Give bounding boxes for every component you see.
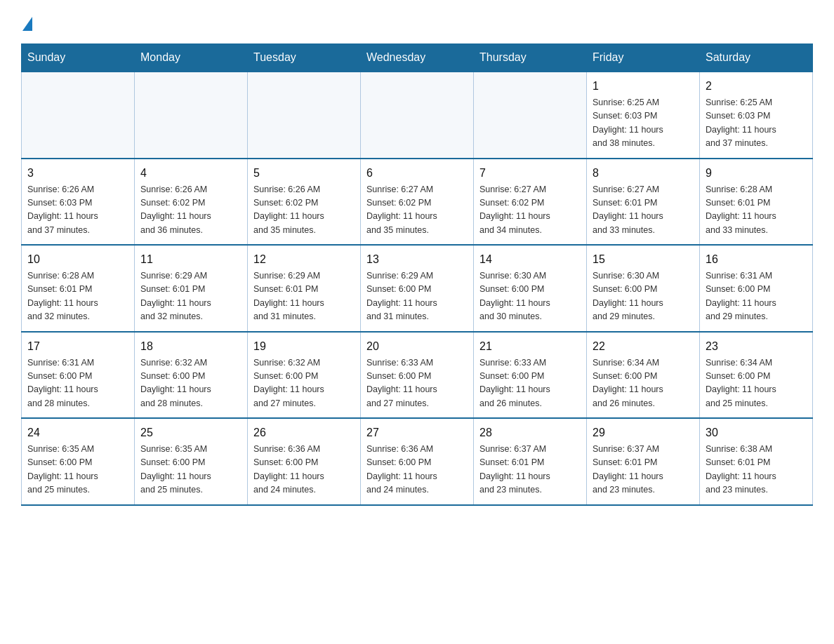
logo xyxy=(21,14,32,32)
day-number: 27 xyxy=(366,424,468,441)
calendar-cell: 16Sunrise: 6:31 AM Sunset: 6:00 PM Dayli… xyxy=(700,245,813,332)
calendar-cell: 18Sunrise: 6:32 AM Sunset: 6:00 PM Dayli… xyxy=(135,332,248,419)
calendar-cell xyxy=(474,72,587,159)
calendar-cell: 24Sunrise: 6:35 AM Sunset: 6:00 PM Dayli… xyxy=(22,418,135,505)
calendar-cell: 9Sunrise: 6:28 AM Sunset: 6:01 PM Daylig… xyxy=(700,159,813,246)
logo-triangle-icon xyxy=(22,17,32,31)
calendar-cell xyxy=(22,72,135,159)
day-info: Sunrise: 6:32 AM Sunset: 6:00 PM Dayligh… xyxy=(253,356,355,411)
day-info: Sunrise: 6:33 AM Sunset: 6:00 PM Dayligh… xyxy=(366,356,468,411)
day-number: 15 xyxy=(593,251,694,268)
calendar-cell xyxy=(135,72,248,159)
calendar-cell: 30Sunrise: 6:38 AM Sunset: 6:01 PM Dayli… xyxy=(700,418,813,505)
day-info: Sunrise: 6:31 AM Sunset: 6:00 PM Dayligh… xyxy=(706,269,807,324)
calendar-cell: 4Sunrise: 6:26 AM Sunset: 6:02 PM Daylig… xyxy=(135,159,248,246)
day-info: Sunrise: 6:29 AM Sunset: 6:01 PM Dayligh… xyxy=(140,269,241,324)
calendar-cell xyxy=(248,72,361,159)
calendar-cell: 7Sunrise: 6:27 AM Sunset: 6:02 PM Daylig… xyxy=(474,159,587,246)
day-number: 2 xyxy=(706,78,807,95)
calendar-cell: 12Sunrise: 6:29 AM Sunset: 6:01 PM Dayli… xyxy=(248,245,361,332)
calendar-cell: 3Sunrise: 6:26 AM Sunset: 6:03 PM Daylig… xyxy=(22,159,135,246)
day-number: 21 xyxy=(479,338,581,355)
calendar-cell: 21Sunrise: 6:33 AM Sunset: 6:00 PM Dayli… xyxy=(474,332,587,419)
calendar-cell: 13Sunrise: 6:29 AM Sunset: 6:00 PM Dayli… xyxy=(361,245,474,332)
day-info: Sunrise: 6:30 AM Sunset: 6:00 PM Dayligh… xyxy=(593,269,694,324)
day-info: Sunrise: 6:37 AM Sunset: 6:01 PM Dayligh… xyxy=(479,443,581,497)
calendar-cell: 8Sunrise: 6:27 AM Sunset: 6:01 PM Daylig… xyxy=(587,159,700,246)
calendar-week-5: 24Sunrise: 6:35 AM Sunset: 6:00 PM Dayli… xyxy=(22,418,813,505)
day-number: 18 xyxy=(140,338,241,355)
day-number: 6 xyxy=(366,165,468,182)
day-info: Sunrise: 6:34 AM Sunset: 6:00 PM Dayligh… xyxy=(593,356,694,411)
day-info: Sunrise: 6:28 AM Sunset: 6:01 PM Dayligh… xyxy=(706,183,807,238)
calendar-header-saturday: Saturday xyxy=(700,44,813,72)
day-number: 17 xyxy=(27,338,128,355)
day-info: Sunrise: 6:35 AM Sunset: 6:00 PM Dayligh… xyxy=(140,443,241,497)
day-info: Sunrise: 6:29 AM Sunset: 6:00 PM Dayligh… xyxy=(366,269,468,324)
day-info: Sunrise: 6:36 AM Sunset: 6:00 PM Dayligh… xyxy=(253,443,355,497)
calendar-cell: 27Sunrise: 6:36 AM Sunset: 6:00 PM Dayli… xyxy=(361,418,474,505)
day-number: 30 xyxy=(706,424,807,441)
day-info: Sunrise: 6:29 AM Sunset: 6:01 PM Dayligh… xyxy=(253,269,355,324)
day-number: 29 xyxy=(593,424,694,441)
calendar-cell: 23Sunrise: 6:34 AM Sunset: 6:00 PM Dayli… xyxy=(700,332,813,419)
day-info: Sunrise: 6:25 AM Sunset: 6:03 PM Dayligh… xyxy=(706,96,807,151)
day-number: 16 xyxy=(706,251,807,268)
logo-text xyxy=(21,14,32,32)
day-number: 3 xyxy=(27,165,128,182)
calendar-table: SundayMondayTuesdayWednesdayThursdayFrid… xyxy=(21,43,813,506)
day-info: Sunrise: 6:34 AM Sunset: 6:00 PM Dayligh… xyxy=(706,356,807,411)
calendar-week-4: 17Sunrise: 6:31 AM Sunset: 6:00 PM Dayli… xyxy=(22,332,813,419)
day-info: Sunrise: 6:30 AM Sunset: 6:00 PM Dayligh… xyxy=(479,269,581,324)
day-number: 19 xyxy=(253,338,355,355)
day-number: 4 xyxy=(140,165,241,182)
calendar-header-wednesday: Wednesday xyxy=(361,44,474,72)
day-info: Sunrise: 6:38 AM Sunset: 6:01 PM Dayligh… xyxy=(706,443,807,497)
calendar-cell: 11Sunrise: 6:29 AM Sunset: 6:01 PM Dayli… xyxy=(135,245,248,332)
day-info: Sunrise: 6:31 AM Sunset: 6:00 PM Dayligh… xyxy=(27,356,128,411)
calendar-header-thursday: Thursday xyxy=(474,44,587,72)
calendar-week-1: 1Sunrise: 6:25 AM Sunset: 6:03 PM Daylig… xyxy=(22,72,813,159)
calendar-cell: 29Sunrise: 6:37 AM Sunset: 6:01 PM Dayli… xyxy=(587,418,700,505)
day-number: 9 xyxy=(706,165,807,182)
calendar-cell: 14Sunrise: 6:30 AM Sunset: 6:00 PM Dayli… xyxy=(474,245,587,332)
day-info: Sunrise: 6:32 AM Sunset: 6:00 PM Dayligh… xyxy=(140,356,241,411)
day-info: Sunrise: 6:36 AM Sunset: 6:00 PM Dayligh… xyxy=(366,443,468,497)
day-number: 24 xyxy=(27,424,128,441)
day-info: Sunrise: 6:28 AM Sunset: 6:01 PM Dayligh… xyxy=(27,269,128,324)
calendar-cell: 22Sunrise: 6:34 AM Sunset: 6:00 PM Dayli… xyxy=(587,332,700,419)
day-number: 1 xyxy=(593,78,694,95)
calendar-cell: 17Sunrise: 6:31 AM Sunset: 6:00 PM Dayli… xyxy=(22,332,135,419)
calendar-cell: 15Sunrise: 6:30 AM Sunset: 6:00 PM Dayli… xyxy=(587,245,700,332)
calendar-cell: 6Sunrise: 6:27 AM Sunset: 6:02 PM Daylig… xyxy=(361,159,474,246)
day-info: Sunrise: 6:35 AM Sunset: 6:00 PM Dayligh… xyxy=(27,443,128,497)
day-number: 25 xyxy=(140,424,241,441)
calendar-header-tuesday: Tuesday xyxy=(248,44,361,72)
day-number: 14 xyxy=(479,251,581,268)
day-number: 11 xyxy=(140,251,241,268)
day-number: 8 xyxy=(593,165,694,182)
day-number: 12 xyxy=(253,251,355,268)
day-info: Sunrise: 6:26 AM Sunset: 6:02 PM Dayligh… xyxy=(140,183,241,238)
day-info: Sunrise: 6:37 AM Sunset: 6:01 PM Dayligh… xyxy=(593,443,694,497)
day-number: 13 xyxy=(366,251,468,268)
day-info: Sunrise: 6:26 AM Sunset: 6:02 PM Dayligh… xyxy=(253,183,355,238)
day-info: Sunrise: 6:26 AM Sunset: 6:03 PM Dayligh… xyxy=(27,183,128,238)
day-info: Sunrise: 6:27 AM Sunset: 6:01 PM Dayligh… xyxy=(593,183,694,238)
calendar-header-row: SundayMondayTuesdayWednesdayThursdayFrid… xyxy=(22,44,813,72)
calendar-cell: 19Sunrise: 6:32 AM Sunset: 6:00 PM Dayli… xyxy=(248,332,361,419)
calendar-header-friday: Friday xyxy=(587,44,700,72)
day-info: Sunrise: 6:25 AM Sunset: 6:03 PM Dayligh… xyxy=(593,96,694,151)
day-number: 5 xyxy=(253,165,355,182)
page-header xyxy=(21,14,813,32)
day-number: 23 xyxy=(706,338,807,355)
calendar-header-sunday: Sunday xyxy=(22,44,135,72)
calendar-cell: 28Sunrise: 6:37 AM Sunset: 6:01 PM Dayli… xyxy=(474,418,587,505)
calendar-cell: 5Sunrise: 6:26 AM Sunset: 6:02 PM Daylig… xyxy=(248,159,361,246)
calendar-cell: 25Sunrise: 6:35 AM Sunset: 6:00 PM Dayli… xyxy=(135,418,248,505)
day-number: 22 xyxy=(593,338,694,355)
day-number: 7 xyxy=(479,165,581,182)
calendar-header-monday: Monday xyxy=(135,44,248,72)
calendar-cell: 10Sunrise: 6:28 AM Sunset: 6:01 PM Dayli… xyxy=(22,245,135,332)
day-number: 10 xyxy=(27,251,128,268)
